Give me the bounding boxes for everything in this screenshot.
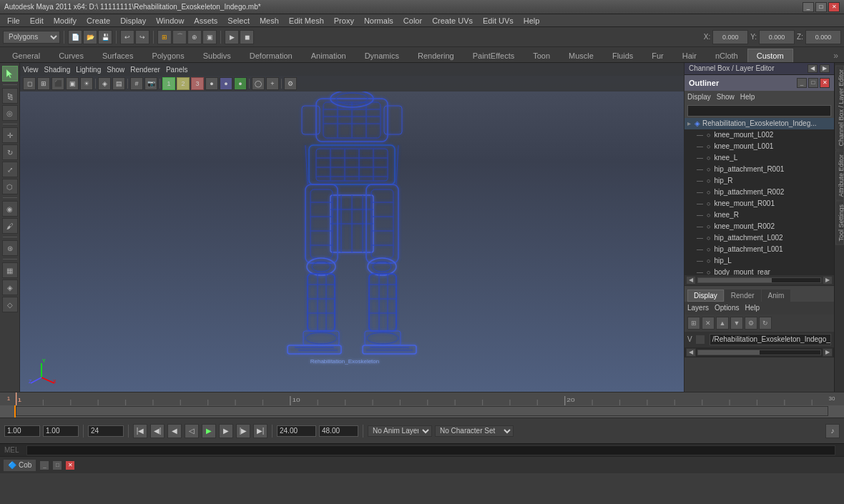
outliner-menu-display[interactable]: Display (687, 93, 711, 101)
layer-name[interactable]: /Rehabilitation_Exoskeleton_Indego_layer… (710, 334, 831, 345)
move-tool-btn[interactable]: ✛ (2, 127, 18, 143)
playback-audio-btn[interactable]: ♪ (825, 424, 840, 438)
outliner-close-btn[interactable]: ✕ (820, 78, 830, 88)
redo-btn[interactable]: ↪ (135, 30, 149, 44)
vp-light-icon[interactable]: ☀ (80, 77, 93, 90)
snap-poly-btn[interactable]: ▦ (2, 262, 18, 278)
playback-jump-start-btn[interactable]: |◀ (133, 424, 147, 438)
list-item[interactable]: — ○ knee_L (684, 152, 834, 164)
outliner-menu-help[interactable]: Help (740, 93, 755, 101)
snap-curve-btn[interactable]: ⌒ (172, 30, 187, 44)
list-item[interactable]: — ○ knee_R (684, 209, 834, 221)
list-item[interactable]: — ○ hip_attachment_L001 (684, 244, 834, 255)
vp-menu-view[interactable]: View (23, 66, 39, 74)
x-field[interactable]: 0.000 (712, 30, 748, 44)
close-button[interactable]: ✕ (828, 2, 840, 12)
cb-tab-display[interactable]: Display (687, 290, 724, 302)
menu-assets[interactable]: Assets (190, 16, 222, 26)
tab-general[interactable]: General (3, 49, 49, 62)
tab-dynamics[interactable]: Dynamics (355, 49, 408, 62)
vp-res3-icon[interactable]: 3 (191, 77, 204, 90)
snap-grid-btn[interactable]: ⊞ (157, 30, 172, 44)
lasso-tool-btn[interactable]: ⧎ (2, 88, 18, 104)
mode-select[interactable]: Polygons (3, 31, 60, 44)
menu-window[interactable]: Window (152, 16, 188, 26)
cb-tool-options[interactable]: ⚙ (745, 317, 757, 330)
show-manip-btn[interactable]: ⊛ (2, 240, 18, 256)
layer-color-swatch[interactable] (695, 335, 705, 345)
tab-surfaces[interactable]: Surfaces (93, 49, 142, 62)
cb-tab-render[interactable]: Render (725, 290, 761, 302)
tab-rendering[interactable]: Rendering (408, 49, 463, 62)
outliner-menu-show[interactable]: Show (717, 93, 735, 101)
module-tab-arrow[interactable]: » (830, 49, 841, 62)
cb-menu-layers[interactable]: Layers (687, 304, 709, 312)
tab-custom[interactable]: Custom (747, 49, 793, 62)
maximize-button[interactable]: □ (815, 2, 827, 12)
vp-camera-icon[interactable]: 📷 (144, 77, 157, 90)
vp-wireframe-icon[interactable]: ⊞ (37, 77, 50, 90)
timeline-ruler[interactable]: 1 1 10 (0, 392, 844, 405)
menu-display[interactable]: Display (116, 16, 150, 26)
tab-fur[interactable]: Fur (642, 49, 673, 62)
menu-create-uvs[interactable]: Create UVs (428, 16, 477, 26)
tab-painteffects[interactable]: PaintEffects (463, 49, 524, 62)
list-item[interactable]: — ○ hip_R (684, 175, 834, 187)
snap-point-btn[interactable]: ⊕ (187, 30, 202, 44)
vp-isolate-btn[interactable]: ◯ (252, 77, 265, 90)
vp-comp-icon[interactable]: ▤ (112, 77, 125, 90)
playback-prev-key-btn[interactable]: ◀| (150, 424, 165, 438)
dock-item-cob[interactable]: 🔷 Cob (3, 459, 36, 472)
minimize-button[interactable]: _ (803, 2, 814, 12)
vp-res1-icon[interactable]: 1 (162, 77, 175, 90)
list-item[interactable]: — ○ body_mount_rear (684, 267, 834, 275)
vp-shading-btn-2[interactable]: ● (220, 77, 232, 90)
vp-xray-icon[interactable]: ◈ (98, 77, 111, 90)
tab-animation[interactable]: Animation (302, 49, 355, 62)
tab-ncloth[interactable]: nCloth (706, 49, 747, 62)
tab-fluids[interactable]: Fluids (603, 49, 642, 62)
vp-shading-btn-3[interactable]: ● (234, 77, 247, 90)
menu-create[interactable]: Create (82, 16, 114, 26)
list-item[interactable]: — ○ knee_mount_L001 (684, 141, 834, 152)
vp-shading-btn-1[interactable]: ● (205, 77, 218, 90)
y-field[interactable]: 0.000 (759, 30, 795, 44)
side-tab-attr[interactable]: Attribute Editor (835, 151, 844, 201)
undo-btn[interactable]: ↩ (120, 30, 134, 44)
tab-curves[interactable]: Curves (49, 49, 93, 62)
playback-end-input[interactable] (88, 425, 124, 437)
tab-toon[interactable]: Toon (524, 49, 559, 62)
playback-next-frame-btn[interactable]: ▶ (219, 424, 233, 438)
scale-tool-btn[interactable]: ⤢ (2, 162, 18, 177)
playback-start-field[interactable] (4, 425, 40, 437)
cb-menu-options[interactable]: Options (715, 304, 739, 312)
vp-select-icon[interactable]: ◻ (23, 77, 36, 90)
playback-range-start[interactable] (277, 425, 316, 437)
menu-file[interactable]: File (3, 16, 24, 26)
paint-blend-btn[interactable]: ◇ (2, 297, 18, 312)
vp-menu-renderer[interactable]: Renderer (130, 66, 160, 74)
open-file-btn[interactable]: 📂 (83, 30, 97, 44)
vp-option-btn[interactable]: ⚙ (284, 77, 297, 90)
tab-polygons[interactable]: Polygons (142, 49, 193, 62)
outliner-search-input[interactable] (687, 105, 831, 117)
menu-color[interactable]: Color (399, 16, 426, 26)
playback-play-back-btn[interactable]: ◁ (185, 424, 199, 438)
playback-current-field[interactable] (43, 425, 79, 437)
tab-deformation[interactable]: Deformation (240, 49, 302, 62)
list-item[interactable]: — ○ knee_mount_R001 (684, 198, 834, 209)
tab-hair[interactable]: Hair (673, 49, 706, 62)
soft-select-btn[interactable]: ◉ (2, 201, 18, 217)
list-item[interactable]: — ○ hip_attachment_R002 (684, 187, 834, 198)
vp-smooth-icon[interactable]: ⬛ (51, 77, 64, 90)
cb-tool-delete-layer[interactable]: ✕ (702, 317, 715, 330)
playback-jump-end-btn[interactable]: ▶| (253, 424, 268, 438)
cb-scroll-right[interactable]: ▶ (823, 348, 833, 357)
select-tool-btn[interactable] (2, 66, 18, 81)
cb-tool-new-layer[interactable]: ⊞ (687, 317, 700, 330)
paint-select-btn[interactable]: ◎ (2, 105, 18, 121)
cb-tool-move-down[interactable]: ▼ (730, 317, 743, 330)
z-field[interactable]: 0.000 (805, 30, 841, 44)
menu-select[interactable]: Select (223, 16, 254, 26)
cb-scroll-left[interactable]: ◀ (686, 348, 696, 357)
